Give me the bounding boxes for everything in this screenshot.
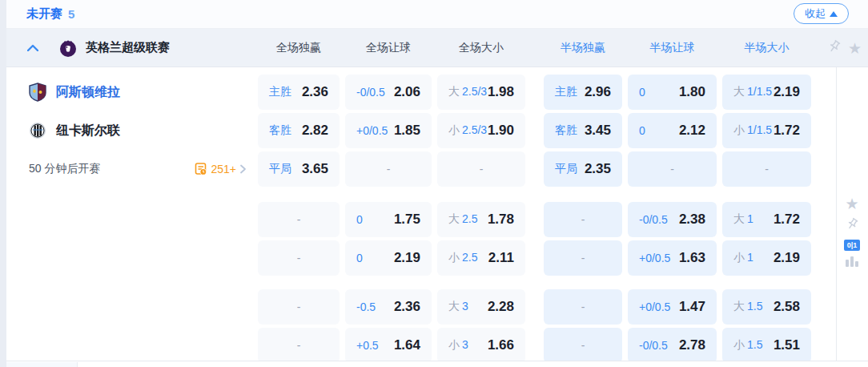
score-badge[interactable]: 0|1 [844, 240, 861, 251]
odds-cell-empty: - [544, 202, 622, 237]
next-match-row-partial [6, 361, 868, 367]
odds-cell-empty: - [258, 289, 340, 325]
more-markets-count: 251+ [211, 163, 236, 175]
match-card: 阿斯顿维拉 主胜2.36-0/0.52.06大2.5/31.98主胜2.9601… [6, 67, 868, 361]
odds-cell[interactable]: +0/0.51.85 [345, 113, 432, 148]
odds-cell-empty: - [722, 151, 811, 187]
collapse-button-label: 收起 [805, 6, 826, 21]
stats-bars-icon[interactable] [846, 256, 858, 267]
premier-league-logo-icon [59, 38, 77, 58]
left-edge-strip [0, 0, 6, 367]
odds-cell[interactable]: 小1.51.51 [722, 328, 811, 363]
column-header-ft-handicap: 全场让球 [345, 29, 432, 67]
odds-cell[interactable]: 主胜2.96 [544, 75, 622, 110]
odds-cell[interactable]: 大1/1.52.19 [722, 75, 811, 110]
rail-divider [836, 67, 837, 367]
favorite-match-star-icon[interactable]: ★ [845, 196, 858, 212]
odds-cell[interactable]: 客胜3.45 [544, 113, 622, 148]
odds-cell[interactable]: 客胜2.82 [258, 113, 340, 148]
odds-cell[interactable]: 大1.52.58 [722, 289, 811, 325]
odds-cell[interactable]: 01.75 [345, 202, 432, 237]
away-team-row: 纽卡斯尔联 客胜2.82+0/0.51.85小2.5/31.90客胜3.4502… [6, 113, 868, 148]
odds-cell-empty: - [544, 328, 622, 363]
league-header: 英格兰超级联赛 全场独赢 全场让球 全场大小 半场独赢 半场让球 半场大小 ★ [6, 29, 868, 67]
pin-icon[interactable] [827, 39, 842, 57]
column-header-ft-overunder: 全场大小 [437, 29, 525, 67]
betting-page: 未开赛 5 收起 英格兰超级联赛 全场独赢 全场让球 全场大小 [0, 0, 868, 367]
odds-cell-empty: - [628, 151, 717, 187]
odds-cell-empty: - [544, 240, 622, 276]
league-name[interactable]: 英格兰超级联赛 [86, 40, 170, 55]
away-team-crest-icon [29, 121, 46, 140]
odds-cell[interactable]: -0.52.36 [345, 289, 432, 325]
home-team-row: 阿斯顿维拉 主胜2.36-0/0.52.06大2.5/31.98主胜2.9601… [6, 75, 868, 110]
odds-cell[interactable]: 小12.19 [722, 240, 811, 276]
collapse-league-chevron-icon[interactable] [24, 44, 42, 51]
match-meta-row: 50 分钟后开赛 251+ [6, 151, 868, 187]
odds-cell[interactable]: 平局2.35 [544, 151, 622, 187]
odds-cell[interactable]: -0/0.52.38 [628, 202, 717, 237]
collapse-button[interactable]: 收起 [794, 3, 849, 24]
match-tools-rail: ★ 0|1 [841, 196, 863, 267]
odds-cell[interactable]: 大2.5/31.98 [437, 75, 525, 110]
favorite-star-icon[interactable]: ★ [848, 41, 862, 56]
odds-cell[interactable]: 小31.66 [437, 328, 525, 363]
chevron-right-icon [239, 164, 247, 174]
odds-cell[interactable]: +0/0.51.47 [628, 289, 717, 325]
odds-cell[interactable]: +0.51.64 [345, 328, 432, 363]
secondary-odds-group-2: --0.52.36大32.28-+0/0.51.47大1.52.58 -+0.5… [6, 279, 868, 363]
odds-cell[interactable]: 主胜2.36 [258, 75, 340, 110]
away-team-name[interactable]: 纽卡斯尔联 [56, 123, 120, 139]
status-label: 未开赛 [26, 6, 62, 22]
odds-cell[interactable]: 平局3.65 [258, 151, 340, 187]
markets-doc-clock-icon [195, 163, 207, 175]
chevron-up-triangle-icon [830, 11, 838, 17]
home-team-name[interactable]: 阿斯顿维拉 [56, 84, 120, 101]
odds-cell[interactable]: 大11.72 [722, 202, 811, 237]
column-header-ht-handicap: 半场让球 [628, 29, 717, 67]
odds-cell-empty: - [258, 328, 340, 363]
column-header-ft-moneyline: 全场独赢 [258, 29, 340, 67]
column-header-ht-moneyline: 半场独赢 [544, 29, 622, 67]
odds-cell-empty: - [544, 289, 622, 325]
odds-cell[interactable]: 小1/1.51.72 [722, 113, 811, 148]
next-match-date-cell [6, 362, 78, 367]
status-bar: 未开赛 5 收起 [6, 0, 868, 29]
odds-cell-empty: - [258, 202, 340, 237]
pin-match-icon[interactable] [846, 217, 859, 234]
odds-cell[interactable]: 02.19 [345, 240, 432, 276]
status-count: 5 [68, 7, 74, 21]
odds-cell[interactable]: 小2.52.11 [437, 240, 525, 276]
odds-cell[interactable]: 大2.51.78 [437, 202, 525, 237]
odds-cell[interactable]: 小2.5/31.90 [437, 113, 525, 148]
odds-cell[interactable]: 02.12 [628, 113, 717, 148]
home-team-crest-icon [29, 83, 46, 102]
odds-cell[interactable]: +0/0.51.63 [628, 240, 717, 276]
odds-cell-empty: - [345, 151, 432, 187]
odds-cell-empty: - [437, 151, 525, 187]
more-markets-link[interactable]: 251+ [195, 163, 247, 175]
kickoff-countdown: 50 分钟后开赛 [29, 162, 100, 176]
odds-cell[interactable]: -0/0.52.78 [628, 328, 717, 363]
odds-cell[interactable]: 01.80 [628, 75, 717, 110]
main-odds-group: 阿斯顿维拉 主胜2.36-0/0.52.06大2.5/31.98主胜2.9601… [6, 67, 868, 187]
column-header-ht-overunder: 半场大小 [722, 29, 811, 67]
odds-cell-empty: - [258, 240, 340, 276]
odds-cell[interactable]: 大32.28 [437, 289, 525, 325]
odds-cell[interactable]: -0/0.52.06 [345, 75, 432, 110]
secondary-odds-group-1: -01.75大2.51.78--0/0.52.38大11.72 -02.19小2… [6, 190, 868, 276]
